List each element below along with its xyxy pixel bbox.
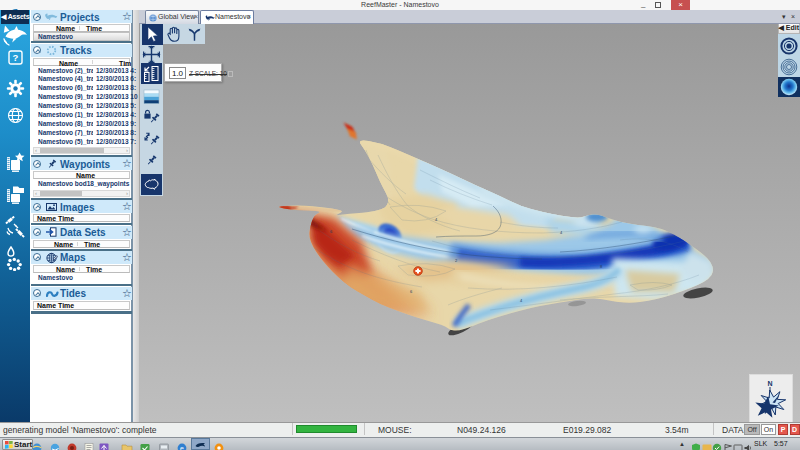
svg-text:6: 6 <box>650 208 653 213</box>
svg-text:N: N <box>767 380 772 387</box>
svg-text:4: 4 <box>369 183 372 188</box>
svg-text:?: ? <box>13 52 19 63</box>
svg-text:e: e <box>180 445 184 450</box>
